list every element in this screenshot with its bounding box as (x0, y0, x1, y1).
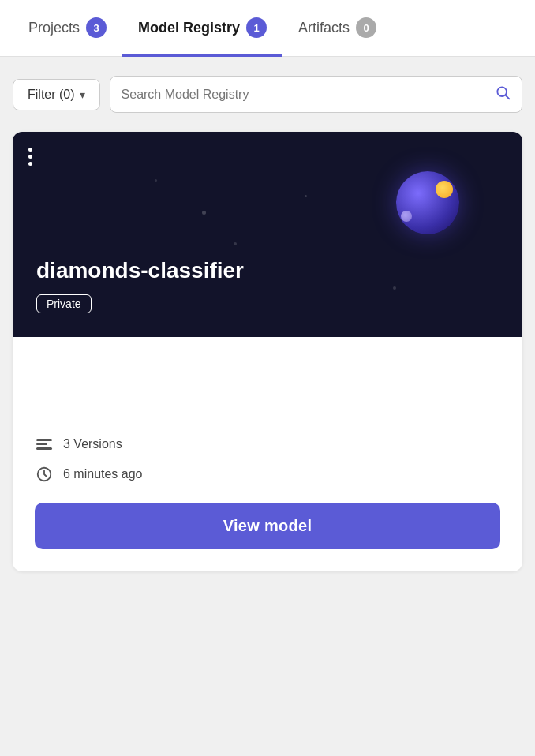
filter-button[interactable]: Filter (0) ▾ (13, 79, 100, 110)
tab-artifacts-badge: 0 (356, 17, 376, 38)
versions-icon (35, 435, 54, 454)
search-input[interactable] (122, 88, 488, 102)
card-banner-content: diamonds-classifier Private (36, 258, 244, 313)
tab-projects[interactable]: Projects 3 (13, 1, 122, 57)
svg-line-1 (506, 95, 510, 99)
filter-label: Filter (0) (28, 88, 75, 102)
clock-icon (35, 465, 54, 484)
time-meta: 6 minutes ago (35, 465, 500, 484)
chevron-down-icon: ▾ (80, 88, 85, 101)
main-content: Filter (0) ▾ (0, 57, 535, 590)
versions-label: 3 Versions (63, 437, 122, 451)
versions-meta: 3 Versions (35, 435, 500, 454)
privacy-badge: Private (36, 294, 92, 313)
star-decoration (305, 195, 307, 197)
search-box (110, 76, 522, 113)
model-name: diamonds-classifier (36, 258, 244, 283)
card-banner: diamonds-classifier Private (13, 132, 522, 337)
card-body: 3 Versions 6 minutes ago View model (13, 337, 522, 571)
star-decoration (155, 179, 157, 182)
tab-model-registry[interactable]: Model Registry 1 (122, 1, 282, 57)
card-meta: 3 Versions 6 minutes ago (35, 435, 500, 484)
star-decoration (234, 242, 237, 245)
planet-sphere (396, 171, 459, 234)
tab-model-registry-badge: 1 (246, 17, 267, 38)
model-card: diamonds-classifier Private 3 Versions (13, 132, 522, 571)
tab-model-registry-label: Model Registry (138, 20, 240, 36)
time-label: 6 minutes ago (63, 467, 143, 481)
card-options-menu[interactable] (28, 148, 32, 166)
filter-row: Filter (0) ▾ (13, 76, 522, 113)
view-model-button[interactable]: View model (35, 503, 500, 549)
tab-projects-label: Projects (28, 20, 80, 36)
planet-decoration (396, 171, 459, 234)
star-decoration (202, 211, 206, 215)
tab-artifacts-label: Artifacts (298, 20, 350, 36)
tab-projects-badge: 3 (86, 17, 107, 38)
star-decoration (393, 286, 396, 290)
top-nav: Projects 3 Model Registry 1 Artifacts 0 (0, 0, 535, 57)
list-icon (36, 439, 52, 450)
search-icon (495, 84, 511, 104)
tab-artifacts[interactable]: Artifacts 0 (282, 1, 392, 57)
